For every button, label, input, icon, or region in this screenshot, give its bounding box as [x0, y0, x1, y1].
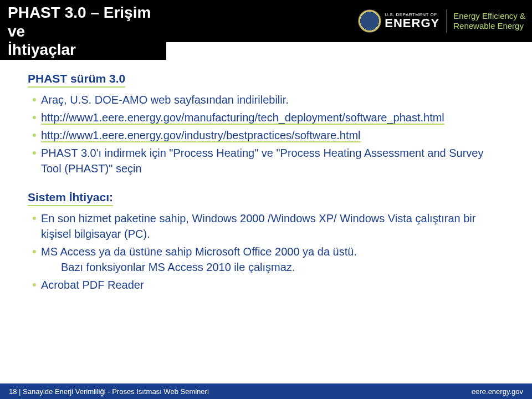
section2-heading: Sistem İhtiyacı:: [28, 191, 113, 206]
list-item: PHAST 3.0'ı indirmek için "Process Heati…: [32, 145, 504, 176]
link-text[interactable]: http://www1.eere.energy.gov/industry/bes…: [41, 129, 361, 142]
doe-seal-icon: [358, 9, 381, 33]
eere-line1: Energy Efficiency &: [453, 11, 525, 21]
slide-title-line1: PHAST 3.0 – Erişim ve: [8, 3, 158, 40]
list-item: Araç, U.S. DOE-AMO web sayfasından indir…: [32, 92, 504, 108]
section2-list: En son hizmet paketine sahip, Windows 20…: [28, 211, 504, 293]
section1-heading: PHAST sürüm 3.0: [28, 72, 125, 88]
doe-energy-label: ENERGY: [385, 17, 439, 29]
link-text[interactable]: http://www1.eere.energy.gov/manufacturin…: [41, 111, 444, 125]
list-item: http://www1.eere.energy.gov/manufacturin…: [32, 110, 504, 125]
item-text: PHAST 3.0'ı indirmek için "Process Heati…: [41, 147, 483, 175]
item-text: Araç, U.S. DOE-AMO web sayfasından indir…: [41, 94, 289, 106]
content-area: PHAST sürüm 3.0 Araç, U.S. DOE-AMO web s…: [28, 72, 504, 307]
header-right: U.S. DEPARTMENT OF ENERGY Energy Efficie…: [358, 9, 525, 33]
list-item: En son hizmet paketine sahip, Windows 20…: [32, 211, 504, 242]
slide-title-line2: İhtiyaçlar: [8, 40, 158, 59]
slide-title-block: PHAST 3.0 – Erişim ve İhtiyaçlar: [0, 0, 166, 60]
doe-logo: U.S. DEPARTMENT OF ENERGY: [358, 9, 439, 33]
item-text: Acrobat PDF Reader: [41, 279, 144, 291]
list-item: MS Access ya da üstüne sahip Microsoft O…: [32, 244, 504, 275]
vertical-separator: [446, 9, 447, 33]
footer-bar: 18 | Sanayide Enerji Verimliliği - Prose…: [0, 383, 532, 399]
eere-label: Energy Efficiency & Renewable Energy: [453, 11, 525, 31]
footer-left: 18 | Sanayide Enerji Verimliliği - Prose…: [9, 387, 209, 396]
item-text: MS Access ya da üstüne sahip Microsoft O…: [41, 245, 357, 258]
item-text: En son hizmet paketine sahip, Windows 20…: [41, 212, 475, 240]
list-item: http://www1.eere.energy.gov/industry/bes…: [32, 127, 504, 143]
section1-list: Araç, U.S. DOE-AMO web sayfasından indir…: [28, 92, 504, 176]
item-note: Bazı fonksiyonlar MS Access 2010 ile çal…: [41, 259, 504, 275]
footer-right: eere.energy.gov: [472, 387, 523, 396]
eere-line2: Renewable Energy: [453, 21, 525, 31]
list-item: Acrobat PDF Reader: [32, 277, 504, 293]
